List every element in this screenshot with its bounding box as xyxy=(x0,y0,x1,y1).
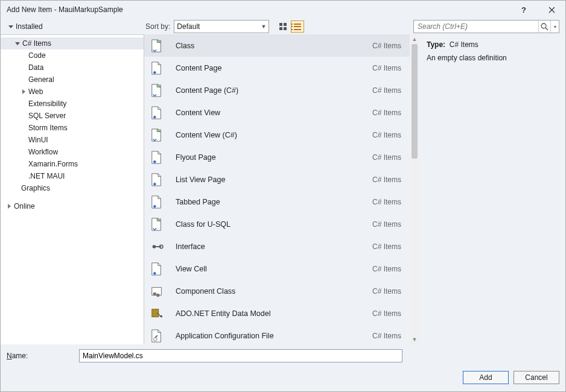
top-controls: Installed Sort by: Default ▼ xyxy=(1,19,565,34)
file-icon xyxy=(149,126,165,144)
template-label: Application Configuration File xyxy=(176,332,372,340)
titlebar: Add New Item - MauiMarkupSample ? xyxy=(1,1,565,19)
template-item[interactable]: List View PageC# Items xyxy=(144,168,410,191)
category-tree: C# Items Code Data General Web Extensibi… xyxy=(1,34,144,344)
template-category: C# Items xyxy=(372,64,404,72)
tree-label: C# Items xyxy=(22,39,51,48)
close-button[interactable] xyxy=(538,1,565,19)
template-label: Flyout Page xyxy=(176,153,372,162)
expand-icon xyxy=(22,89,25,94)
template-list: ClassC# ItemsContent PageC# ItemsContent… xyxy=(144,34,410,344)
template-label: Interface xyxy=(176,242,372,251)
chevron-down-icon: ▼ xyxy=(261,24,266,30)
svg-line-1 xyxy=(545,28,548,30)
template-category: C# Items xyxy=(372,109,404,117)
view-small-icons-button[interactable] xyxy=(291,21,304,33)
file-icon xyxy=(149,59,165,77)
tree-item[interactable]: Xamarin.Forms xyxy=(1,158,144,170)
file-icon xyxy=(149,148,165,166)
search-button[interactable] xyxy=(538,21,550,33)
template-label: View Cell xyxy=(176,265,372,273)
template-category: C# Items xyxy=(372,332,404,340)
template-label: Content Page (C#) xyxy=(176,86,372,95)
file-icon xyxy=(149,104,165,122)
search-box: ▾ xyxy=(413,20,559,33)
template-label: Content View (C#) xyxy=(176,131,372,139)
detail-type: Type: C# Items xyxy=(427,40,558,49)
scroll-track[interactable] xyxy=(410,44,419,335)
scroll-up-button[interactable]: ▲ xyxy=(410,34,419,44)
template-item[interactable]: Class for U-SQLC# Items xyxy=(144,213,410,235)
name-label: Name: xyxy=(7,352,79,360)
installed-label: Installed xyxy=(16,22,43,31)
file-icon xyxy=(149,282,165,300)
template-item[interactable]: Application Configuration FileC# Items xyxy=(144,324,410,344)
template-item[interactable]: Tabbed PageC# Items xyxy=(144,191,410,213)
add-button[interactable]: Add xyxy=(463,371,509,384)
tree-item[interactable]: Storm Items xyxy=(1,122,144,134)
template-label: List View Page xyxy=(176,175,372,184)
file-icon xyxy=(149,193,165,211)
window-title: Add New Item - MauiMarkupSample xyxy=(7,5,510,14)
template-item[interactable]: Component ClassC# Items xyxy=(144,280,410,302)
template-item[interactable]: ADO.NET Entity Data ModelC# Items xyxy=(144,302,410,324)
tree-header-installed[interactable]: Installed xyxy=(7,21,45,32)
template-label: Content View xyxy=(176,109,372,117)
template-category: C# Items xyxy=(372,265,404,273)
svg-point-0 xyxy=(541,24,546,28)
template-category: C# Items xyxy=(372,175,404,184)
file-icon xyxy=(149,260,165,278)
template-item[interactable]: Flyout PageC# Items xyxy=(144,146,410,168)
file-icon xyxy=(149,171,165,189)
scrollbar[interactable]: ▲ ▼ xyxy=(410,34,419,344)
online-label: Online xyxy=(14,202,35,210)
name-input[interactable] xyxy=(79,349,402,362)
view-medium-icons-button[interactable] xyxy=(276,21,290,33)
sort-by-value: Default xyxy=(177,22,200,31)
detail-type-label: Type: xyxy=(427,40,445,49)
help-button[interactable]: ? xyxy=(510,1,538,19)
template-category: C# Items xyxy=(372,220,404,229)
template-label: ADO.NET Entity Data Model xyxy=(176,309,372,318)
detail-type-value: C# Items xyxy=(450,40,479,49)
expand-icon xyxy=(8,25,13,28)
file-icon xyxy=(149,37,165,55)
tree-item[interactable]: Code xyxy=(1,49,144,62)
scroll-thumb[interactable] xyxy=(412,44,418,159)
detail-pane: Type: C# Items An empty class definition xyxy=(419,34,565,344)
list-view-icon xyxy=(294,24,301,30)
template-list-wrap: ClassC# ItemsContent PageC# ItemsContent… xyxy=(144,34,419,344)
file-icon xyxy=(149,238,165,256)
tree-item-csharp-items[interactable]: C# Items xyxy=(1,37,144,49)
template-item[interactable]: ClassC# Items xyxy=(144,34,410,57)
bottom-bar: Name: Add Cancel xyxy=(1,344,565,391)
template-item[interactable]: View CellC# Items xyxy=(144,258,410,280)
tree-header-online[interactable]: Online xyxy=(1,200,144,212)
tree-item-web[interactable]: Web xyxy=(1,86,144,98)
tree-item[interactable]: General xyxy=(1,74,144,86)
template-category: C# Items xyxy=(372,42,404,50)
file-icon xyxy=(149,305,165,323)
file-icon xyxy=(149,327,165,345)
template-item[interactable]: Content ViewC# Items xyxy=(144,101,410,124)
detail-description: An empty class definition xyxy=(427,54,558,62)
tree-item[interactable]: Workflow xyxy=(1,146,144,158)
tree-item[interactable]: WinUI xyxy=(1,134,144,146)
template-category: C# Items xyxy=(372,86,404,95)
tree-item-graphics[interactable]: Graphics xyxy=(1,182,144,194)
expand-icon xyxy=(15,42,20,45)
tree-item[interactable]: Extensibility xyxy=(1,98,144,110)
template-item[interactable]: Content Page (C#)C# Items xyxy=(144,79,410,101)
template-item[interactable]: Content View (C#)C# Items xyxy=(144,124,410,146)
template-item[interactable]: InterfaceC# Items xyxy=(144,235,410,258)
scroll-down-button[interactable]: ▼ xyxy=(410,335,419,344)
search-options-button[interactable]: ▾ xyxy=(550,21,559,33)
template-category: C# Items xyxy=(372,153,404,162)
template-item[interactable]: Content PageC# Items xyxy=(144,57,410,79)
tree-item[interactable]: Data xyxy=(1,62,144,74)
tree-item[interactable]: .NET MAUI xyxy=(1,170,144,182)
tree-item[interactable]: SQL Server xyxy=(1,110,144,122)
cancel-button[interactable]: Cancel xyxy=(514,371,559,384)
search-input[interactable] xyxy=(414,22,538,31)
sort-by-select[interactable]: Default ▼ xyxy=(174,20,269,33)
